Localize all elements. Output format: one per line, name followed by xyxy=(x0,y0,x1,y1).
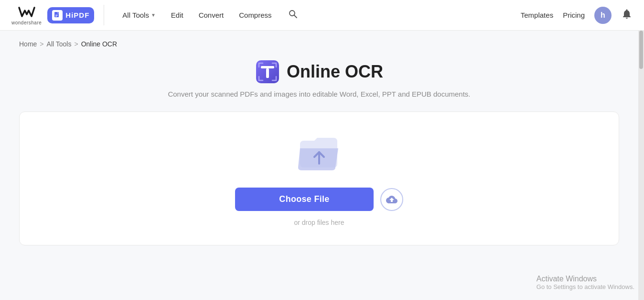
bell-svg xyxy=(621,8,633,20)
page-title: Online OCR xyxy=(287,62,383,82)
edit-label: Edit xyxy=(171,11,183,19)
page-content: Home > All Tools > Online OCR xyxy=(0,31,638,300)
breadcrumb-sep2: > xyxy=(74,40,78,48)
breadcrumb-sep1: > xyxy=(40,40,43,48)
chevron-down-icon: ▼ xyxy=(151,12,156,18)
search-button[interactable] xyxy=(284,5,301,25)
search-icon xyxy=(288,9,298,19)
svg-rect-6 xyxy=(261,66,274,68)
upload-actions: Choose File xyxy=(235,188,403,211)
ocr-icon xyxy=(255,59,280,84)
all-tools-label: All Tools xyxy=(122,11,149,19)
convert-link[interactable]: Convert xyxy=(192,7,231,23)
all-tools-menu[interactable]: All Tools ▼ xyxy=(116,7,162,23)
svg-line-4 xyxy=(294,15,297,18)
hipdf-badge-icon xyxy=(52,10,63,21)
breadcrumb-all-tools[interactable]: All Tools xyxy=(47,40,72,48)
breadcrumb-current: Online OCR xyxy=(81,40,117,48)
choose-file-button[interactable]: Choose File xyxy=(235,188,374,211)
page-title-row: Online OCR xyxy=(19,59,619,84)
scrollbar-thumb[interactable] xyxy=(639,31,643,69)
svg-rect-2 xyxy=(55,16,57,16)
page-wrapper: Home > All Tools > Online OCR xyxy=(0,31,644,300)
hipdf-label: HiPDF xyxy=(65,11,89,19)
user-avatar[interactable]: h xyxy=(594,7,612,24)
svg-rect-7 xyxy=(266,68,269,78)
hipdf-badge[interactable]: HiPDF xyxy=(47,7,94,23)
pricing-link[interactable]: Pricing xyxy=(563,11,585,19)
convert-label: Convert xyxy=(199,11,224,19)
notification-bell-icon[interactable] xyxy=(621,8,633,22)
cloud-upload-icon xyxy=(386,194,397,205)
breadcrumb-home[interactable]: Home xyxy=(19,40,37,48)
wondershare-text: wondershare xyxy=(11,20,42,25)
compress-link[interactable]: Compress xyxy=(232,7,278,23)
drop-text: or drop files here xyxy=(294,219,344,226)
svg-rect-1 xyxy=(55,15,58,15)
navbar-left: wondershare HiPDF All Tools xyxy=(11,5,301,25)
upload-card: Choose File or drop files here xyxy=(19,111,619,245)
templates-link[interactable]: Templates xyxy=(521,11,553,19)
breadcrumb: Home > All Tools > Online OCR xyxy=(19,40,619,48)
cloud-upload-button[interactable] xyxy=(380,188,403,211)
upload-folder-icon xyxy=(295,131,343,176)
edit-link[interactable]: Edit xyxy=(164,7,190,23)
page-subtitle: Convert your scanned PDFs and images int… xyxy=(19,90,619,98)
scrollbar-track[interactable] xyxy=(638,31,644,300)
page-title-section: Online OCR Convert your scanned PDFs and… xyxy=(19,59,619,98)
navbar-right: Templates Pricing h xyxy=(521,7,633,24)
compress-label: Compress xyxy=(239,11,271,19)
wondershare-logo[interactable]: wondershare xyxy=(11,5,42,25)
folder-upload-svg xyxy=(295,131,343,174)
logo-wrapper: wondershare HiPDF xyxy=(11,5,104,25)
navbar: wondershare HiPDF All Tools xyxy=(0,0,644,31)
nav-links: All Tools ▼ Edit Convert Compress xyxy=(116,5,301,25)
hipdf-icon-svg xyxy=(54,11,61,19)
wondershare-icon xyxy=(17,5,36,20)
